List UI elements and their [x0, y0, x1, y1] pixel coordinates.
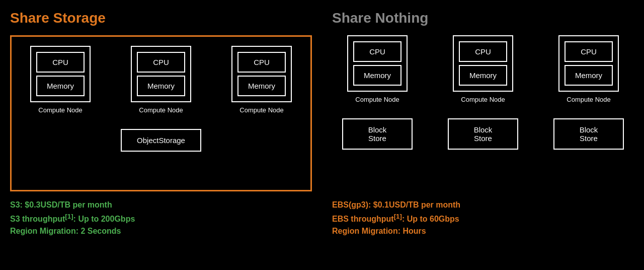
object-storage-box: ObjectStorage: [121, 129, 201, 152]
share-storage-box: CPU Memory Compute Node CPU Memory Compu…: [10, 35, 312, 191]
sn-info-2: EBS throughput[1]: Up to 60Gbps: [332, 213, 634, 224]
info-2-prefix: S3 throughput[1]:: [10, 215, 78, 223]
node-label-2: Compute Node: [139, 106, 183, 114]
sn-info-1-prefix: EBS(gp3):: [332, 200, 373, 209]
info-2-sup: [1]: [65, 213, 73, 220]
share-storage-info-3: Region Migration: 2 Seconds: [10, 227, 312, 236]
share-storage-nodes-row: CPU Memory Compute Node CPU Memory Compu…: [18, 46, 304, 114]
node-box-1: CPU Memory: [30, 46, 91, 102]
sn-node-box-3: CPU Memory: [558, 35, 619, 92]
node-box-3: CPU Memory: [231, 46, 292, 102]
sn-node-box-1: CPU Memory: [347, 35, 408, 92]
share-storage-info-2: S3 throughput[1]: Up to 200Gbps: [10, 213, 312, 224]
block-store-3: Block Store: [553, 118, 624, 150]
sn-info-3-prefix: Region Migration:: [332, 227, 403, 235]
share-nothing-nodes-row: CPU Memory Compute Node CPU Memory Compu…: [332, 35, 634, 103]
cpu-label-3: CPU: [237, 52, 286, 73]
share-storage-info: S3: $0.3USD/TB per month S3 throughput[1…: [10, 200, 312, 236]
block-stores-row: Block Store Block Store Block Store: [332, 118, 634, 150]
info-3-prefix: Region Migration:: [10, 227, 80, 235]
sn-memory-label-2: Memory: [459, 65, 507, 86]
block-store-2: Block Store: [448, 118, 518, 150]
sn-info-1-highlight: $0.1USD/TB per month: [373, 200, 460, 209]
memory-label-3: Memory: [237, 76, 286, 96]
sn-info-1: EBS(gp3): $0.1USD/TB per month: [332, 200, 634, 210]
sn-info-2-highlight: Up to 60Gbps: [407, 215, 459, 223]
sn-node-label-2: Compute Node: [461, 96, 505, 103]
sn-info-2-prefix: EBS throughput[1]:: [332, 215, 407, 223]
compute-node-2: CPU Memory Compute Node: [131, 46, 191, 114]
sn-info-3: Region Migration: Hours: [332, 227, 634, 236]
share-nothing-info: EBS(gp3): $0.1USD/TB per month EBS throu…: [332, 200, 634, 236]
compute-node-3: CPU Memory Compute Node: [231, 46, 292, 114]
sn-node-box-2: CPU Memory: [453, 35, 513, 92]
share-storage-info-1: S3: $0.3USD/TB per month: [10, 200, 312, 210]
info-3-highlight: 2 Seconds: [80, 227, 121, 235]
node-label-1: Compute Node: [38, 106, 82, 114]
share-storage-title: Share Storage: [10, 10, 312, 26]
info-1-prefix: S3:: [10, 200, 25, 209]
sn-info-3-highlight: Hours: [403, 227, 426, 235]
sn-node-label-1: Compute Node: [355, 96, 399, 103]
memory-label-2: Memory: [137, 76, 185, 96]
info-2-highlight: Up to 200Gbps: [78, 215, 135, 223]
compute-node-1: CPU Memory Compute Node: [30, 46, 91, 114]
sn-memory-label-1: Memory: [353, 65, 401, 86]
sn-cpu-label-3: CPU: [565, 41, 613, 62]
share-storage-section: Share Storage CPU Memory Compute Node CP…: [10, 10, 312, 239]
sn-compute-node-2: CPU Memory Compute Node: [453, 35, 513, 103]
node-box-2: CPU Memory: [131, 46, 191, 102]
sn-info-2-sup: [1]: [394, 213, 402, 220]
info-1-highlight: $0.3USD/TB per month: [25, 200, 112, 209]
node-label-3: Compute Node: [239, 106, 283, 114]
block-store-1: Block Store: [342, 118, 413, 150]
sn-compute-node-3: CPU Memory Compute Node: [558, 35, 619, 103]
sn-node-label-3: Compute Node: [567, 96, 610, 103]
storage-row: ObjectStorage: [18, 129, 304, 152]
sn-compute-node-1: CPU Memory Compute Node: [347, 35, 408, 103]
sn-cpu-label-1: CPU: [353, 41, 401, 62]
sn-cpu-label-2: CPU: [459, 41, 507, 62]
share-nothing-box: CPU Memory Compute Node CPU Memory Compu…: [332, 35, 634, 191]
sn-memory-label-3: Memory: [565, 65, 613, 86]
cpu-label-1: CPU: [36, 52, 85, 73]
share-nothing-title: Share Nothing: [332, 10, 634, 26]
cpu-label-2: CPU: [137, 52, 185, 73]
share-nothing-section: Share Nothing CPU Memory Compute Node CP…: [332, 10, 634, 239]
memory-label-1: Memory: [36, 76, 85, 96]
